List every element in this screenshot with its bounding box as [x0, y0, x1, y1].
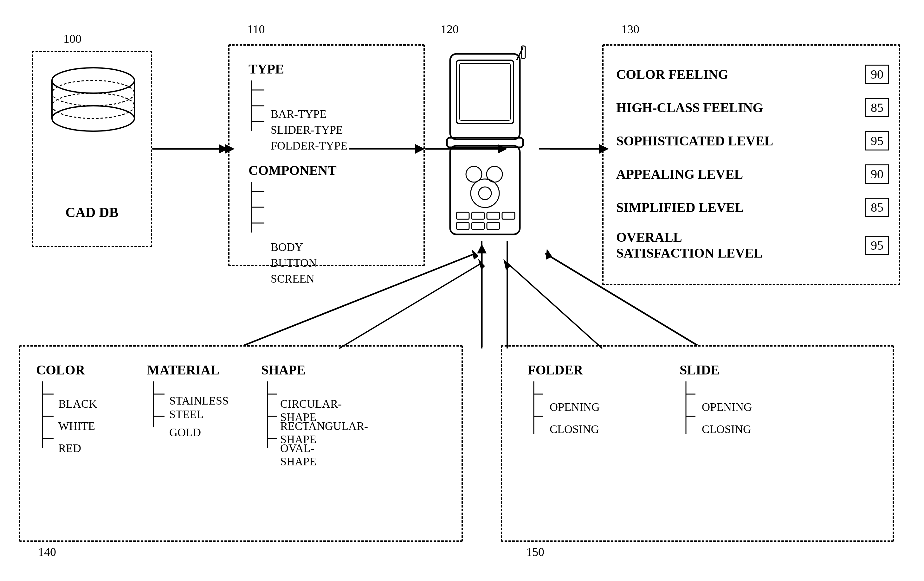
folder-column: FOLDER OPENING CLOSING: [528, 362, 583, 378]
shape-tree-svg: [261, 382, 277, 464]
svg-rect-27: [457, 60, 513, 123]
folder-slide-box: FOLDER OPENING CLOSING SLIDE OPENING CLO…: [501, 345, 894, 542]
svg-marker-1: [219, 144, 228, 154]
bar-type: BAR-TYPE: [271, 107, 327, 121]
svg-rect-37: [487, 212, 500, 219]
feelings-box: COLOR FEELING 90 HIGH-CLASS FEELING 85 S…: [602, 44, 900, 285]
folder-col-label: FOLDER: [528, 362, 583, 378]
slider-type: SLIDER-TYPE: [271, 123, 343, 137]
cms-box: COLOR BLACK WHITE RED MATERIAL STAINLESS…: [19, 345, 463, 542]
svg-rect-28: [460, 63, 510, 120]
stainless-item: STAINLESSSTEEL: [169, 394, 229, 421]
svg-rect-35: [457, 212, 469, 219]
svg-rect-39: [457, 222, 469, 229]
sophisticated-level-label: SOPHISTICATED LEVEL: [616, 133, 773, 148]
oval-shape: OVAL-SHAPE: [280, 442, 316, 468]
ref-100: 100: [63, 32, 81, 46]
component-label: COMPONENT: [249, 163, 337, 178]
slide-closing: CLOSING: [702, 423, 751, 436]
component-tree-svg: [245, 182, 404, 245]
slide-tree-svg: [680, 382, 695, 445]
screen-item: SCREEN: [271, 272, 314, 285]
ref-130: 130: [621, 22, 639, 36]
material-column: MATERIAL STAINLESSSTEEL GOLD: [147, 362, 219, 378]
overall-satisfaction-score: 95: [865, 236, 889, 255]
ref-140: 140: [38, 545, 56, 559]
high-class-feeling-row: HIGH-CLASS FEELING 85: [616, 98, 889, 117]
color-feeling-score: 90: [865, 65, 889, 84]
color-col-label: COLOR: [36, 362, 85, 378]
svg-rect-38: [502, 212, 515, 219]
overall-satisfaction-label: OVERALLSATISFACTION LEVEL: [616, 229, 763, 262]
sophisticated-level-score: 95: [865, 131, 889, 150]
appealing-level-row: APPEALING LEVEL 90: [616, 165, 889, 184]
svg-rect-30: [450, 146, 520, 234]
simplified-level-row: SIMPLIFIED LEVEL 85: [616, 198, 889, 217]
cylinder-icon: [49, 65, 138, 134]
type-label: TYPE: [249, 61, 284, 77]
svg-rect-26: [450, 54, 520, 139]
high-class-feeling-label: HIGH-CLASS FEELING: [616, 100, 763, 115]
svg-point-12: [52, 68, 134, 93]
white-item: WHITE: [58, 420, 95, 433]
shape-column: SHAPE CIRCULAR-SHAPE RECTANGULAR-SHAPE O…: [261, 362, 305, 378]
slide-opening: OPENING: [702, 400, 752, 414]
folder-opening: OPENING: [549, 400, 600, 414]
overall-satisfaction-row: OVERALLSATISFACTION LEVEL 95: [616, 229, 889, 262]
sophisticated-level-row: SOPHISTICATED LEVEL 95: [616, 131, 889, 150]
body-item: BODY: [271, 240, 303, 254]
phone-svg: [425, 44, 545, 253]
diagram: 100 CAD DB 110 TYPE BAR-TYPE SLI: [0, 0, 924, 581]
svg-point-33: [471, 179, 499, 207]
slide-col-label: SLIDE: [680, 362, 719, 378]
black-item: BLACK: [58, 397, 97, 411]
color-feeling-row: COLOR FEELING 90: [616, 65, 889, 84]
svg-point-34: [478, 187, 491, 199]
color-column: COLOR BLACK WHITE RED: [36, 362, 85, 378]
cad-db-label: CAD DB: [33, 204, 151, 221]
slide-column: SLIDE OPENING CLOSING: [680, 362, 719, 378]
folder-closing: CLOSING: [549, 423, 599, 436]
folder-type: FOLDER-TYPE: [271, 139, 347, 152]
svg-rect-40: [472, 222, 484, 229]
ref-120: 120: [441, 22, 459, 36]
material-col-label: MATERIAL: [147, 362, 219, 378]
simplified-level-label: SIMPLIFIED LEVEL: [616, 200, 744, 215]
button-item: BUTTON: [271, 256, 317, 270]
ref-110: 110: [247, 22, 265, 36]
appealing-level-label: APPEALING LEVEL: [616, 167, 743, 182]
phone-container: [425, 44, 545, 253]
high-class-feeling-score: 85: [865, 98, 889, 117]
folder-tree-svg: [528, 382, 543, 445]
type-component-box: TYPE BAR-TYPE SLIDER-TYPE FOLDER-TYPE CO…: [228, 44, 425, 266]
svg-line-8: [507, 263, 602, 349]
simplified-level-score: 85: [865, 198, 889, 217]
gold-item: GOLD: [169, 426, 201, 439]
cad-db-box: CAD DB: [32, 51, 152, 247]
svg-rect-41: [487, 222, 500, 229]
ref-150: 150: [526, 545, 544, 559]
shape-col-label: SHAPE: [261, 362, 305, 378]
color-feeling-label: COLOR FEELING: [616, 67, 728, 82]
red-item: RED: [58, 442, 81, 455]
svg-line-6: [339, 263, 482, 349]
svg-rect-36: [472, 212, 484, 219]
appealing-level-score: 90: [865, 165, 889, 184]
